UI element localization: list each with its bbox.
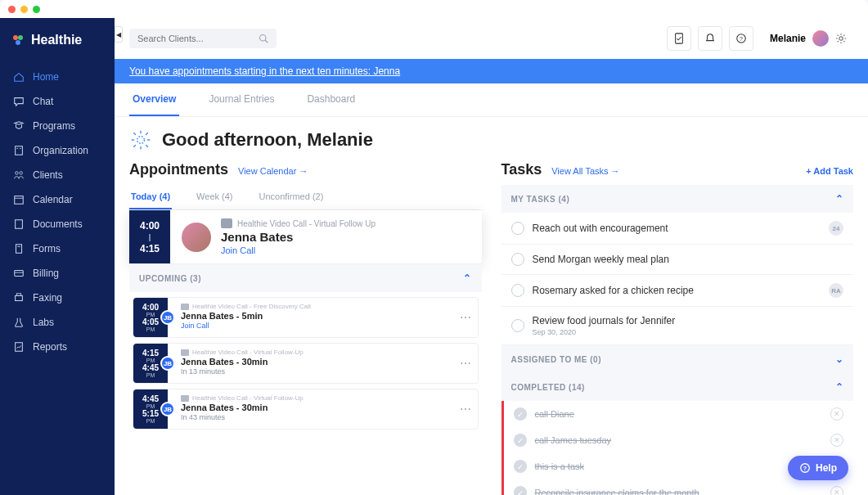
task-item[interactable]: Rosemary asked for a chicken recipeRA [501, 275, 854, 307]
main-tabs: OverviewJournal EntriesDashboard [115, 83, 868, 117]
org-icon [13, 145, 25, 156]
completed-tasks-header[interactable]: COMPLETED (14) ⌃ [501, 373, 854, 401]
sidebar-item-documents[interactable]: Documents [5, 213, 110, 236]
gear-icon[interactable] [835, 33, 847, 44]
check-icon: ✓ [514, 407, 527, 421]
sidebar-item-organization[interactable]: Organization [5, 139, 110, 162]
notifications-button[interactable] [698, 26, 722, 51]
tab-dashboard[interactable]: Dashboard [304, 83, 358, 116]
search-box[interactable] [129, 29, 277, 48]
chevron-up-icon[interactable]: ⌃ [463, 272, 472, 284]
sidebar-item-billing[interactable]: Billing [5, 262, 110, 285]
upcoming-appointment[interactable]: 4:15PM4:45PMJBHealthie Video Call - Virt… [133, 343, 479, 384]
sidebar-item-clients[interactable]: Clients [5, 164, 110, 187]
svg-rect-10 [16, 220, 23, 229]
svg-point-18 [260, 35, 267, 42]
task-text: call James tuesday [535, 435, 823, 445]
upcoming-appointment[interactable]: 4:00PM4:05PMJBHealthie Video Call - Free… [133, 297, 479, 338]
nav-label: Clients [33, 169, 63, 181]
task-checkbox[interactable] [511, 284, 524, 297]
alert-banner[interactable]: You have appointments starting in the ne… [115, 59, 868, 83]
more-button[interactable]: ⋯ [453, 389, 478, 429]
svg-line-31 [133, 145, 136, 147]
view-calendar-link[interactable]: View Calendar → [238, 166, 308, 176]
delete-task[interactable]: ✕ [830, 486, 843, 495]
delete-task[interactable]: ✕ [830, 407, 843, 421]
close-window[interactable] [8, 6, 16, 13]
tasks-title: Tasks [501, 161, 542, 178]
subtab[interactable]: Week (4) [195, 185, 234, 209]
more-button[interactable]: ⋯ [453, 344, 478, 383]
task-checkbox[interactable] [511, 222, 524, 235]
view-tasks-link[interactable]: View All Tasks → [551, 166, 619, 176]
sidebar-item-chat[interactable]: Chat [5, 90, 110, 113]
sidebar-item-reports[interactable]: Reports [5, 335, 110, 358]
subtab[interactable]: Today (4) [129, 185, 172, 209]
appointments-title: Appointments [129, 161, 228, 178]
sidebar-item-programs[interactable]: Programs [5, 115, 110, 137]
task-item[interactable]: Send Morgan weekly meal plan [501, 245, 854, 275]
task-item[interactable]: Reach out with encouragement24 [501, 213, 854, 245]
client-initials: JB [160, 356, 175, 371]
appointments-section: Appointments View Calendar → Today (4)We… [129, 158, 482, 480]
appt-type: Healthie Video Call - Free Discovery Cal… [192, 303, 311, 310]
appt-time: 4:15PM4:45PMJB [133, 344, 168, 383]
sidebar-collapse[interactable]: ◀ [115, 26, 123, 43]
current-appointment[interactable]: 4:00 | 4:15 Healthie Video Call - Virtua… [129, 210, 482, 263]
task-checkbox[interactable] [511, 319, 524, 332]
sidebar-item-forms[interactable]: Forms [5, 237, 110, 260]
appt-client-name: Jenna Bates [221, 230, 376, 244]
svg-point-2 [16, 40, 20, 45]
logo-icon [11, 34, 25, 47]
task-text: Rosemary asked for a chicken recipe [533, 285, 821, 296]
video-icon [181, 349, 189, 356]
nav-label: Forms [33, 243, 61, 254]
svg-point-24 [137, 137, 145, 144]
faxing-icon [13, 292, 25, 304]
add-task-button[interactable]: + Add Task [806, 166, 853, 176]
help-fab[interactable]: ? Help [788, 456, 848, 480]
client-initials: JB [160, 310, 175, 325]
nav-label: Home [33, 71, 59, 83]
sidebar-item-calendar[interactable]: Calendar [5, 188, 110, 211]
sidebar-item-home[interactable]: Home [5, 65, 110, 88]
task-badge: 24 [829, 221, 843, 236]
appt-time: 4:00PM4:05PMJB [133, 298, 168, 337]
more-button[interactable]: ⋯ [453, 298, 478, 337]
tab-overview[interactable]: Overview [129, 83, 179, 116]
user-menu[interactable]: Melanie [763, 27, 853, 50]
nav: HomeChatProgramsOrganizationClientsCalen… [0, 65, 115, 358]
subtab[interactable]: Unconfirmed (2) [258, 185, 326, 209]
chevron-up-icon[interactable]: ⌃ [835, 193, 844, 205]
svg-rect-20 [676, 34, 683, 43]
my-tasks-header[interactable]: MY TASKS (4) ⌃ [501, 185, 854, 213]
svg-point-1 [18, 35, 23, 40]
sidebar-item-faxing[interactable]: Faxing [5, 286, 110, 309]
sidebar-item-labs[interactable]: Labs [5, 311, 110, 334]
task-checkbox[interactable] [511, 253, 524, 266]
minimize-window[interactable] [20, 6, 28, 13]
appt-sub[interactable]: Join Call [181, 322, 445, 330]
assigned-tasks-header[interactable]: ASSIGNED TO ME (0) ⌄ [501, 345, 854, 373]
svg-rect-16 [16, 294, 20, 296]
chevron-up-icon[interactable]: ⌃ [835, 381, 844, 393]
chevron-down-icon[interactable]: ⌄ [835, 353, 844, 365]
check-icon: ✓ [514, 434, 527, 447]
search-input[interactable] [137, 34, 259, 43]
task-item[interactable]: Review food journals for JenniferSep 30,… [501, 307, 854, 345]
maximize-window[interactable] [33, 6, 40, 13]
help-button[interactable]: ? [729, 26, 753, 51]
svg-line-29 [133, 133, 136, 135]
svg-rect-8 [15, 196, 24, 205]
tab-journal-entries[interactable]: Journal Entries [205, 83, 277, 116]
checklist-button[interactable] [667, 26, 691, 51]
upcoming-appointment[interactable]: 4:45PM5:15PMJBHealthie Video Call - Virt… [133, 389, 479, 430]
task-text: Reach out with encouragement [533, 223, 821, 234]
join-call-link[interactable]: Join Call [221, 245, 376, 255]
svg-line-32 [146, 133, 148, 135]
delete-task[interactable]: ✕ [830, 434, 843, 447]
upcoming-header[interactable]: UPCOMING (3) ⌃ [129, 263, 482, 292]
svg-rect-11 [16, 245, 22, 254]
svg-text:?: ? [740, 36, 743, 42]
svg-rect-13 [15, 271, 24, 277]
